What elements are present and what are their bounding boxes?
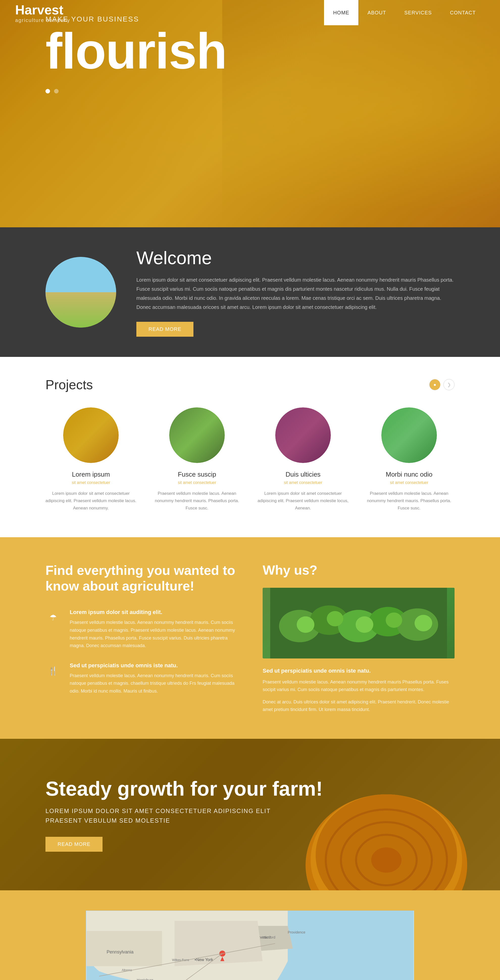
svg-point-10 (415, 615, 432, 631)
brand: Harvest agriculture company (15, 2, 70, 23)
project-desc-1: Lorem ipsum dolor sit amet consectetuer … (46, 490, 137, 512)
project-sub-4: sit amet consectetuer (363, 480, 454, 485)
carousel-prev-button[interactable]: ● (429, 379, 440, 390)
hero-pagination (46, 89, 500, 94)
nav-contact[interactable]: CONTACT (441, 0, 485, 25)
welcome-section: Welcome Lorem ipsum dolor sit amet conse… (0, 228, 500, 357)
project-name-3: Duis ulticies (257, 471, 349, 478)
projects-section: Projects ● ❯ Lorem ipsum sit amet consec… (0, 357, 500, 537)
welcome-text: Welcome Lorem ipsum dolor sit amet conse… (137, 248, 454, 337)
welcome-title: Welcome (137, 248, 454, 268)
brand-subtitle: agriculture company (15, 18, 70, 23)
agriculture-feature-1-body: Praesent velldum molestie lacus. Aenean … (70, 619, 237, 649)
welcome-body: Lorem ipsum dolor sit amet consectetuer … (137, 275, 454, 312)
projects-header: Projects ● ❯ (46, 377, 454, 392)
map-container[interactable]: Pennsylvania Connecticut •New York Harri… (86, 910, 414, 980)
agriculture-right: Why us? Sed ut perspiciatis unde omnis i… (263, 563, 454, 714)
agriculture-feature-1: ☂ Lorem ipsum dolor sit auditing elit. P… (46, 609, 237, 649)
project-image-2 (169, 407, 225, 463)
svg-point-17 (371, 847, 402, 873)
project-sub-2: sit amet consectetuer (151, 480, 243, 485)
project-card-1: Lorem ipsum sit amet consectetuer Lorem … (46, 407, 137, 512)
nav: HOME ABOUT SERVICES CONTACT (324, 0, 485, 25)
svg-text:Harrisburg: Harrisburg (137, 978, 153, 980)
project-desc-4: Praesent velldum molestie lacus. Aenean … (363, 490, 454, 512)
why-us-image (263, 588, 454, 659)
svg-point-9 (386, 612, 402, 628)
project-image-1 (63, 407, 119, 463)
carousel-controls: ● ❯ (429, 379, 454, 390)
project-image-3 (275, 407, 331, 463)
project-name-4: Morbi nunc odio (363, 471, 454, 478)
hero-dot-1[interactable] (46, 89, 50, 94)
project-name-2: Fusce suscip (151, 471, 243, 478)
cta-read-more-button[interactable]: Read More (46, 837, 103, 852)
agriculture-left: Find everything you wanted to know about… (46, 563, 237, 714)
nav-home[interactable]: HOME (324, 0, 358, 25)
project-desc-2: Praesent velldum molestie lacus. Aenean … (151, 490, 243, 512)
svg-text:Providence: Providence (287, 930, 305, 934)
svg-text:Pennsylvania: Pennsylvania (106, 950, 133, 955)
agriculture-feature-1-title: Lorem ipsum dolor sit auditing elit. (70, 609, 237, 616)
project-card-2: Fusce suscip sit amet consectetuer Praes… (151, 407, 243, 512)
project-card-4: Morbi nunc odio sit amet consectetuer Pr… (363, 407, 454, 512)
svg-text:Altoona: Altoona (122, 968, 132, 972)
hero-title: flourish (46, 28, 500, 74)
svg-point-8 (356, 616, 373, 633)
cta-title: Steady growth for your farm! (46, 778, 323, 800)
nav-about[interactable]: ABOUT (358, 0, 395, 25)
projects-title: Projects (46, 377, 93, 392)
welcome-read-more-button[interactable]: Read More (137, 322, 194, 337)
agriculture-feature-1-text: Lorem ipsum dolor sit auditing elit. Pra… (70, 609, 237, 649)
cta-section: Steady growth for your farm! LOREM IPSUM… (0, 739, 500, 890)
projects-grid: Lorem ipsum sit amet consectetuer Lorem … (46, 407, 454, 512)
project-image-4 (381, 407, 437, 463)
why-us-title: Why us? (263, 563, 454, 578)
cta-subtitle-1: LOREM IPSUM DOLOR SIT AMET CONSECTETUER … (46, 808, 323, 815)
cta-content: Steady growth for your farm! LOREM IPSUM… (0, 778, 323, 852)
agriculture-feature-2: 🍴 Sed ut perspiciatis unde omnis iste na… (46, 662, 237, 695)
nav-services[interactable]: SERVICES (395, 0, 441, 25)
agriculture-feature-2-body: Praesent velldum molestie lacus. Aenean … (70, 672, 237, 695)
agriculture-feature-2-title: Sed ut perspiciatis unde omnis iste natu… (70, 662, 237, 669)
why-us-text-1: Praesent velldum molestie lacus. Aenean … (263, 678, 454, 694)
brand-name: Harvest (15, 2, 70, 18)
svg-point-6 (297, 616, 314, 633)
welcome-image (46, 257, 116, 328)
umbrella-icon: ☂ (46, 610, 60, 625)
carousel-next-button[interactable]: ❯ (443, 379, 454, 390)
project-name-1: Lorem ipsum (46, 471, 137, 478)
project-desc-3: Lorem ipsum dolor sit amet consectetuer … (257, 490, 349, 512)
map-section: Pennsylvania Connecticut •New York Harri… (0, 890, 500, 980)
hero-dot-2[interactable] (54, 89, 59, 94)
agriculture-section: Find everything you wanted to know about… (0, 537, 500, 739)
navbar: Harvest agriculture company HOME ABOUT S… (0, 0, 500, 25)
agriculture-heading: Find everything you wanted to know about… (46, 563, 237, 594)
agriculture-feature-2-text: Sed ut perspiciatis unde omnis iste natu… (70, 662, 237, 695)
fork-icon: 🍴 (46, 663, 60, 678)
svg-point-7 (327, 611, 343, 627)
why-us-text-2: Donec at arcu. Duis ultrices dolor sit a… (263, 698, 454, 714)
cta-subtitle-2: PRAESENT VEBULUM SED MOLESTIE (46, 817, 323, 824)
project-sub-3: sit amet consectetuer (257, 480, 349, 485)
svg-text:Hartford: Hartford (263, 935, 275, 939)
why-us-subtitle: Sed ut perspiciatis unde omnis iste natu… (263, 668, 454, 674)
project-card-3: Duis ulticies sit amet consectetuer Lore… (257, 407, 349, 512)
project-sub-1: sit amet consectetuer (46, 480, 137, 485)
